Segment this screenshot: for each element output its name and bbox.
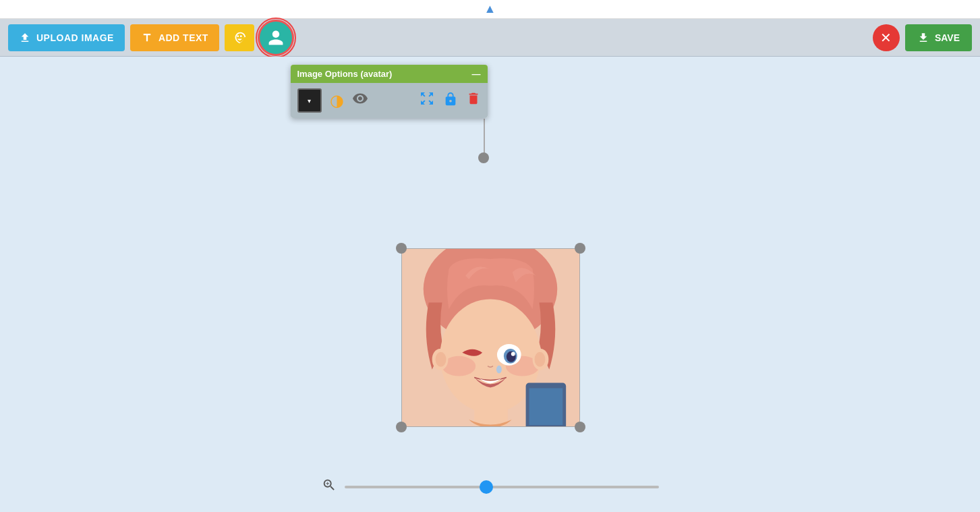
resize-handle-tl[interactable] <box>396 243 407 254</box>
sticker-icon <box>232 30 247 45</box>
collapse-chevron-icon[interactable]: ▲ <box>484 2 496 16</box>
save-label: SAVE <box>935 32 960 43</box>
panel-title: Image Options (avatar) <box>297 69 393 79</box>
image-options-body: ▾ ◑ <box>291 83 488 118</box>
save-download-icon <box>917 32 929 44</box>
person-icon <box>267 29 285 47</box>
resize-handle-tr[interactable] <box>575 243 585 254</box>
avatar-button[interactable] <box>260 22 292 54</box>
image-options-header: Image Options (avatar) — <box>291 65 488 83</box>
zoom-slider[interactable] <box>345 486 659 488</box>
color-swatch[interactable]: ▾ <box>297 88 322 113</box>
canvas-area: Image Options (avatar) — ▾ ◑ <box>0 57 980 512</box>
upload-icon <box>19 32 31 44</box>
close-icon: ✕ <box>880 30 892 46</box>
svg-point-9 <box>496 365 501 373</box>
image-options-panel: Image Options (avatar) — ▾ ◑ <box>291 65 488 118</box>
svg-point-8 <box>511 351 515 355</box>
add-text-label: ADD TEXT <box>158 32 208 43</box>
avatar-image <box>401 248 580 427</box>
add-text-button[interactable]: ADD TEXT <box>130 24 219 51</box>
upload-image-button[interactable]: UPLOAD IMAGE <box>8 24 125 51</box>
swatch-arrow-icon: ▾ <box>308 97 311 105</box>
svg-rect-17 <box>474 403 508 426</box>
contrast-icon[interactable]: ◑ <box>330 91 344 110</box>
top-chevron-bar: ▲ <box>0 0 980 19</box>
upload-label: UPLOAD IMAGE <box>36 32 114 43</box>
svg-point-16 <box>534 351 545 366</box>
zoom-icon[interactable] <box>322 478 337 496</box>
toolbar: UPLOAD IMAGE ADD TEXT ✕ SAVE <box>0 19 980 57</box>
zoom-bar <box>322 478 659 496</box>
visibility-icon[interactable] <box>352 90 368 111</box>
minimize-icon[interactable]: — <box>472 69 481 79</box>
svg-point-2 <box>440 299 540 413</box>
top-handle-dot[interactable] <box>478 152 489 163</box>
anime-svg <box>402 249 579 426</box>
lock-icon[interactable] <box>443 92 458 110</box>
resize-handle-br[interactable] <box>575 422 585 432</box>
resize-handle-bl[interactable] <box>396 422 407 432</box>
expand-icon[interactable] <box>419 90 435 111</box>
svg-rect-11 <box>529 388 563 425</box>
text-icon <box>141 32 153 44</box>
sticker-button[interactable] <box>225 24 254 51</box>
connector-line <box>484 119 485 154</box>
svg-point-14 <box>435 351 446 366</box>
save-button[interactable]: SAVE <box>905 24 972 51</box>
image-container[interactable] <box>401 248 580 427</box>
close-button[interactable]: ✕ <box>873 24 900 51</box>
delete-icon[interactable] <box>466 91 481 110</box>
